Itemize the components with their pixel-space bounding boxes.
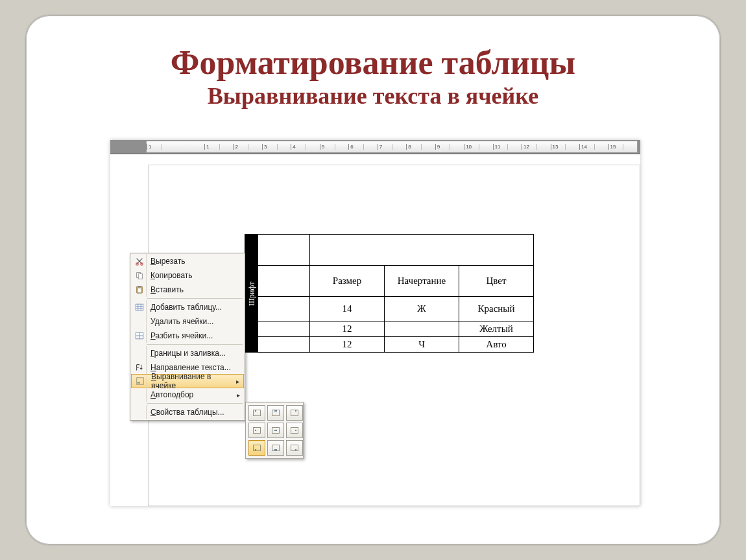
blank-icon (132, 314, 147, 329)
blank-icon (132, 405, 147, 419)
paste-icon (132, 283, 147, 297)
row2-style[interactable] (385, 321, 459, 337)
menu-separator (147, 344, 243, 345)
menu-item-label: Удалить ячейки... (147, 317, 244, 326)
menu-item-label: Автоподбор (147, 390, 237, 399)
copy-icon (132, 268, 147, 283)
svg-rect-6 (138, 286, 140, 288)
align-glyph-icon (272, 445, 280, 451)
cell-blank-a[interactable] (258, 235, 310, 266)
menu-item-label: Свойства таблицы... (147, 408, 244, 417)
align-top-center[interactable] (267, 405, 284, 421)
menu-item[interactable]: Границы и заливка... (131, 346, 244, 360)
svg-point-1 (140, 263, 143, 266)
align-middle-center[interactable] (267, 423, 284, 438)
row1-label[interactable] (258, 297, 310, 321)
svg-rect-5 (138, 288, 141, 292)
row3-label[interactable] (258, 337, 310, 353)
col-header-style[interactable]: Начертание (385, 266, 459, 297)
align-middle-left[interactable] (248, 423, 265, 438)
svg-rect-7 (136, 304, 143, 310)
align-glyph-icon (291, 445, 298, 451)
align-glyph-icon (291, 427, 298, 434)
horizontal-ruler[interactable]: 11 234 567 8910 111213 1415 (146, 141, 638, 153)
svg-rect-3 (138, 274, 142, 279)
col-header-size[interactable]: Размер (310, 266, 385, 297)
menu-item[interactable]: Разбить ячейки... (131, 329, 244, 343)
menu-item-label: Направление текста... (147, 363, 244, 372)
align-glyph-icon (272, 427, 280, 434)
context-menu: ВырезатьКопироватьВставитьДобавить табли… (130, 253, 245, 421)
svg-point-0 (136, 263, 138, 266)
submenu-arrow-icon: ▸ (236, 378, 243, 385)
menu-item[interactable]: Свойства таблицы... (131, 405, 244, 419)
menu-item-label: Копировать (147, 271, 244, 280)
align-bottom-left[interactable] (248, 440, 265, 456)
menu-item-label: Добавить таблицу... (147, 303, 244, 312)
row2-color[interactable]: Желтый (459, 321, 534, 337)
blank-icon (132, 388, 147, 402)
menu-item-label: Вырезать (147, 257, 244, 266)
row3-style[interactable]: Ч (385, 337, 459, 353)
ruler-bar: 11 234 567 8910 111213 1415 (110, 140, 640, 154)
split-icon (132, 329, 147, 343)
row1-size[interactable]: 14 (310, 297, 385, 321)
align-middle-right[interactable] (286, 423, 303, 438)
cell-blank-wide[interactable] (310, 235, 534, 266)
align-glyph-icon (272, 410, 280, 416)
menu-item[interactable]: Вставить (131, 283, 244, 297)
row2-size[interactable]: 12 (310, 321, 385, 337)
textdir-icon (132, 360, 147, 375)
menu-item[interactable]: Добавить таблицу... (131, 300, 244, 314)
align-glyph-icon (253, 427, 261, 434)
row1-color[interactable]: Красный (459, 297, 534, 321)
align-icon (133, 374, 147, 388)
menu-item-label: Вставить (147, 285, 244, 294)
menu-item-label: Разбить ячейки... (147, 331, 244, 340)
slide-title: Форматирование таблицы (26, 45, 720, 81)
menu-item[interactable]: Вырезать (131, 254, 244, 268)
align-glyph-icon (253, 410, 261, 416)
svg-rect-9 (136, 378, 143, 385)
row1-style[interactable]: Ж (385, 297, 459, 321)
align-bottom-right[interactable] (286, 440, 303, 456)
cell-blank-b[interactable] (258, 266, 310, 297)
row3-size[interactable]: 12 (310, 337, 385, 353)
alignment-flyout (245, 402, 304, 459)
menu-item[interactable]: Автоподбор▸ (131, 388, 244, 402)
sample-table[interactable]: Шрифт Размер Начертание Цвет 14 Ж Красны… (245, 234, 534, 353)
blank-icon (132, 346, 147, 360)
align-glyph-icon (253, 445, 261, 451)
col-header-color[interactable]: Цвет (459, 266, 534, 297)
slide-subtitle: Выравнивание текста в ячейке (26, 82, 720, 110)
submenu-arrow-icon: ▸ (237, 391, 244, 399)
menu-separator (147, 298, 243, 299)
align-top-left[interactable] (248, 405, 265, 421)
menu-separator (147, 403, 243, 404)
menu-item-label: Границы и заливка... (147, 349, 244, 358)
tableins-icon (132, 300, 147, 314)
align-bottom-center[interactable] (267, 440, 284, 456)
menu-item[interactable]: Выравнивание в ячейке▸ (131, 374, 244, 388)
menu-item[interactable]: Копировать (131, 268, 244, 283)
svg-rect-10 (137, 382, 139, 384)
align-glyph-icon (291, 410, 298, 416)
rotated-header[interactable]: Шрифт (245, 235, 258, 353)
row3-color[interactable]: Авто (459, 337, 534, 353)
row2-label[interactable] (258, 321, 310, 337)
align-top-right[interactable] (286, 405, 303, 421)
menu-item[interactable]: Удалить ячейки... (131, 314, 244, 329)
cut-icon (132, 254, 147, 268)
